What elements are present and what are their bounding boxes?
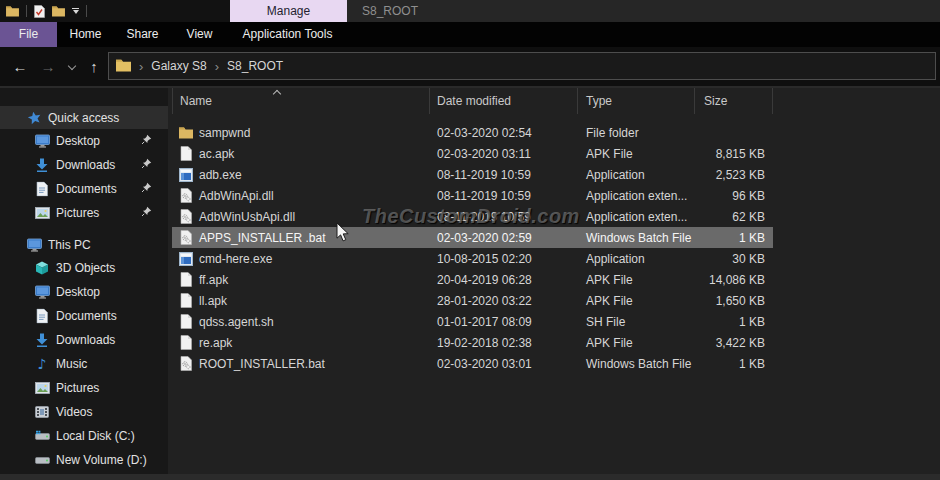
file-row-root-installer-bat[interactable]: ROOT_INSTALLER.bat02-03-2020 03:01Window… xyxy=(172,353,773,374)
sidebar-item-music[interactable]: ♪Music xyxy=(0,352,168,376)
sidebar-item-desktop[interactable]: Desktop xyxy=(0,280,168,304)
properties-check-icon[interactable] xyxy=(34,5,45,18)
sidebar-item-documents[interactable]: Documents xyxy=(0,304,168,328)
video-icon xyxy=(34,406,50,418)
breadcrumb-s8-root[interactable]: S8_ROOT xyxy=(227,59,283,73)
size-cell: 3,422 KB xyxy=(695,336,773,350)
file-explorer-window: Manage S8_ROOT File Home Share View Appl… xyxy=(0,0,940,480)
file-row-qdss-agent-sh[interactable]: qdss.agent.sh01-01-2017 08:09SH File1 KB xyxy=(172,311,773,332)
date-modified-cell: 08-11-2019 10:59 xyxy=(430,168,578,182)
status-bar-edge xyxy=(0,474,940,480)
file-row-adbwinusbapi-dll[interactable]: AdbWinUsbApi.dll08-11-2019 10:59Applicat… xyxy=(172,206,773,227)
date-modified-cell: 08-11-2019 10:59 xyxy=(430,189,578,203)
file-name-cell: adb.exe xyxy=(172,168,430,182)
tab-application-tools[interactable]: Application Tools xyxy=(228,22,347,47)
file-icon xyxy=(178,335,193,350)
sidebar-item-this-pc[interactable]: This PC xyxy=(0,233,168,256)
app-icon xyxy=(178,168,193,182)
sidebar-item-3d-objects[interactable]: 3D Objects xyxy=(0,256,168,280)
column-header-type[interactable]: Type xyxy=(578,88,695,114)
type-cell: Windows Batch File xyxy=(578,231,695,245)
customize-qat-chevron-icon[interactable] xyxy=(72,8,79,14)
date-modified-cell: 10-08-2015 02:20 xyxy=(430,252,578,266)
file-row-cmd-here-exe[interactable]: cmd-here.exe10-08-2015 02:20Application3… xyxy=(172,248,773,269)
file-row-ll-apk[interactable]: ll.apk28-01-2020 03:22APK File1,650 KB xyxy=(172,290,773,311)
column-header-row: Name Date modified Type Size xyxy=(172,88,773,114)
column-header-date-modified[interactable]: Date modified xyxy=(430,88,578,114)
manage-contextual-tab[interactable]: Manage xyxy=(230,0,347,22)
column-header-size[interactable]: Size xyxy=(695,88,773,114)
title-bar: Manage S8_ROOT xyxy=(0,0,940,22)
file-row-adb-exe[interactable]: adb.exe08-11-2019 10:59Application2,523 … xyxy=(172,164,773,185)
sidebar-item-label: Quick access xyxy=(48,111,119,125)
folder-icon[interactable] xyxy=(6,5,19,17)
forward-button[interactable]: → xyxy=(36,47,60,86)
sidebar-item-label: Pictures xyxy=(56,381,99,395)
sidebar-item-downloads[interactable]: Downloads xyxy=(0,328,168,352)
tab-home[interactable]: Home xyxy=(57,22,114,47)
sidebar-item-downloads[interactable]: Downloads xyxy=(0,153,168,177)
music-icon: ♪ xyxy=(34,356,50,372)
sidebar-item-label: Documents xyxy=(56,309,117,323)
sidebar-item-label: This PC xyxy=(48,238,91,252)
sidebar-item-label: Downloads xyxy=(56,333,115,347)
sidebar-item-videos[interactable]: Videos xyxy=(0,400,168,424)
tab-file[interactable]: File xyxy=(0,22,57,47)
download-icon xyxy=(34,333,50,348)
file-row-sampwnd[interactable]: sampwnd02-03-2020 02:54File folder xyxy=(172,122,773,143)
file-icon xyxy=(178,293,193,308)
breadcrumb-chevron-icon: › xyxy=(139,59,143,73)
file-icon xyxy=(178,146,193,161)
size-cell: 1 KB xyxy=(695,357,773,371)
type-cell: File folder xyxy=(578,126,695,140)
file-row-ac-apk[interactable]: ac.apk02-03-2020 03:11APK File8,815 KB xyxy=(172,143,773,164)
cube-icon xyxy=(34,261,50,276)
size-cell: 1,650 KB xyxy=(695,294,773,308)
sidebar-item-desktop[interactable]: Desktop xyxy=(0,129,168,153)
sidebar-item-pictures[interactable]: Pictures xyxy=(0,376,168,400)
sidebar-item-local-disk-c[interactable]: Local Disk (C:) xyxy=(0,424,168,448)
pin-icon xyxy=(141,206,152,220)
sidebar-item-documents[interactable]: Documents xyxy=(0,177,168,201)
disk-c-icon xyxy=(34,431,50,442)
back-button[interactable]: ← xyxy=(8,47,32,86)
tab-view[interactable]: View xyxy=(171,22,228,47)
sidebar-item-new-volume-d[interactable]: New Volume (D:) xyxy=(0,448,168,472)
sidebar-item-quick-access[interactable]: Quick access xyxy=(0,106,168,129)
size-cell: 8,815 KB xyxy=(695,147,773,161)
date-modified-cell: 20-04-2019 06:28 xyxy=(430,273,578,287)
file-row-apps-installer-bat[interactable]: APPS_INSTALLER .bat02-03-2020 02:59Windo… xyxy=(172,227,773,248)
date-modified-cell: 02-03-2020 02:59 xyxy=(430,231,578,245)
size-cell: 30 KB xyxy=(695,252,773,266)
up-button[interactable]: ↑ xyxy=(82,47,106,86)
sidebar-item-label: 3D Objects xyxy=(56,261,115,275)
file-row-ff-apk[interactable]: ff.apk20-04-2019 06:28APK File14,086 KB xyxy=(172,269,773,290)
date-modified-cell: 01-01-2017 08:09 xyxy=(430,315,578,329)
window-title: S8_ROOT xyxy=(362,0,418,22)
date-modified-cell: 08-11-2019 10:59 xyxy=(430,210,578,224)
recent-locations-chevron-icon[interactable] xyxy=(60,47,84,86)
pin-icon xyxy=(141,158,152,172)
file-rows: sampwnd02-03-2020 02:54File folderac.apk… xyxy=(172,122,773,374)
file-name-cell: qdss.agent.sh xyxy=(172,314,430,329)
sidebar-item-label: Downloads xyxy=(56,158,115,172)
file-name: APPS_INSTALLER .bat xyxy=(199,231,326,245)
file-row-adbwinapi-dll[interactable]: AdbWinApi.dll08-11-2019 10:59Application… xyxy=(172,185,773,206)
file-row-re-apk[interactable]: re.apk19-02-2018 02:38APK File3,422 KB xyxy=(172,332,773,353)
tab-share[interactable]: Share xyxy=(114,22,171,47)
folder-icon[interactable] xyxy=(52,5,65,17)
gear-doc-icon xyxy=(178,356,193,371)
file-name: re.apk xyxy=(199,336,232,350)
address-bar[interactable]: › Galaxy S8 › S8_ROOT xyxy=(108,52,936,80)
type-cell: APK File xyxy=(578,273,695,287)
file-name-cell: APPS_INSTALLER .bat xyxy=(172,230,430,245)
file-name-cell: cmd-here.exe xyxy=(172,252,430,266)
column-header-name[interactable]: Name xyxy=(172,88,430,114)
sidebar-item-label: Documents xyxy=(56,182,117,196)
breadcrumb-galaxy-s8[interactable]: Galaxy S8 xyxy=(151,59,206,73)
file-name: ROOT_INSTALLER.bat xyxy=(199,357,325,371)
sidebar-item-label: Local Disk (C:) xyxy=(56,429,135,443)
sidebar-item-pictures[interactable]: Pictures xyxy=(0,201,168,225)
file-icon xyxy=(178,272,193,287)
file-name-cell: ac.apk xyxy=(172,146,430,161)
